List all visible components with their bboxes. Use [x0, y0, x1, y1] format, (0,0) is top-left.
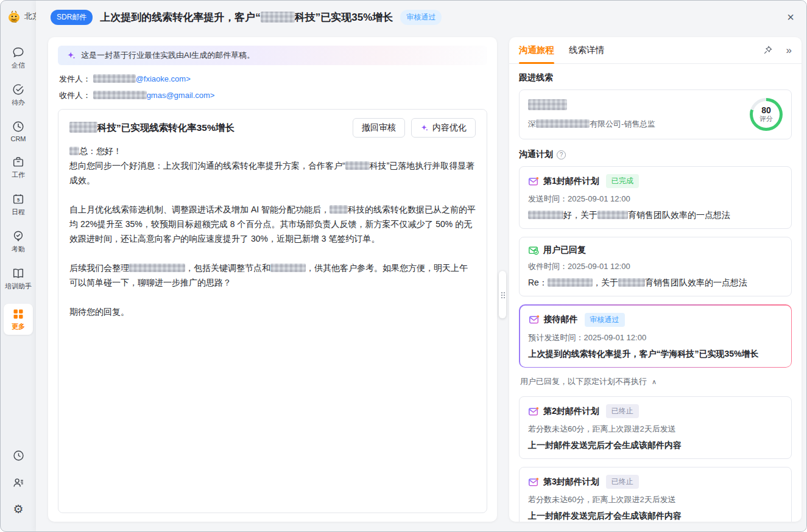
plan-card-email-2[interactable]: 第2封邮件计划 已终止 若分数未达60分，距离上次跟进2天后发送 上一封邮件发送… — [519, 396, 792, 459]
location-check-icon — [12, 229, 25, 243]
redacted-text — [270, 264, 306, 272]
collapse-panel-icon[interactable]: » — [786, 45, 792, 55]
plan-subject: Re：，关于育销售团队效率的一点想法 — [528, 278, 783, 289]
redacted-text — [261, 12, 295, 23]
plan-card-user-replied[interactable]: 用户已回复 收件时间：2025-09-01 12:00 Re：，关于育销售团队效… — [519, 237, 792, 296]
pin-icon[interactable] — [763, 45, 773, 55]
sidebar-item-training[interactable]: 培训助手 — [4, 267, 33, 291]
history-clock-icon[interactable] — [12, 449, 25, 462]
plan-subject: 上一封邮件发送完后才会生成该邮件内容 — [528, 440, 783, 451]
sidebar-item-work[interactable]: 工作 — [4, 155, 33, 180]
sidebar-item-label: 日程 — [4, 208, 33, 217]
email-paragraph: 总：您好！ 想向您同步一个好消息：上次我们沟通的线索转化率提升方案，合作客户“科… — [69, 144, 476, 187]
redacted-text — [618, 278, 645, 287]
lead-score-ring: 80 评分 — [750, 98, 783, 131]
sidebar-item-label: 工作 — [4, 170, 33, 180]
from-value: @fxiaoke.com> — [93, 74, 191, 83]
to-line: 收件人： gmas@gmail.com> — [59, 90, 486, 101]
redacted-text — [536, 119, 590, 128]
plan-title: 第2封邮件计划 — [543, 406, 599, 417]
sidebar-item-todo[interactable]: 待办 — [4, 83, 33, 107]
lead-info: 深有限公司-销售总监 — [528, 99, 750, 130]
plan-status-badge: 已终止 — [606, 475, 639, 489]
panel-resize-handle[interactable] — [499, 271, 506, 318]
content-optimize-button[interactable]: 内容优化 — [411, 118, 476, 138]
journey-tabs: 沟通旅程 线索详情 » — [509, 37, 802, 64]
journey-panel: 沟通旅程 线索详情 » 跟进线索 深有限公司-销售总监 80 — [509, 37, 802, 522]
plan-card-reception-email[interactable]: 接待邮件 审核通过 预计发送时间：2025-09-01 12:00 上次提到的线… — [520, 306, 791, 367]
bee-mascot-icon — [6, 9, 22, 24]
plan-card-email-3[interactable]: 第3封邮件计划 已终止 若分数未达60分，距离上次跟进2天后发送 上一封邮件发送… — [519, 467, 792, 522]
journey-content: 跟进线索 深有限公司-销售总监 80 评分 沟通计划? — [509, 64, 802, 522]
email-content-box: 科技”已实现线索转化率35%增长 撤回审核 内容优化 总：您好！ 想向您同步一个… — [58, 109, 487, 513]
ai-sparkle-icon — [66, 51, 76, 60]
redacted-text — [597, 211, 628, 219]
plan-card-email-1[interactable]: 第1封邮件计划 已完成 发送时间：2025-09-01 12:00 好，关于育销… — [519, 166, 792, 229]
sidebar-item-more[interactable]: 更多 — [4, 304, 33, 335]
sidebar-item-crm[interactable]: CRM — [4, 120, 33, 142]
page-title: 上次提到的线索转化率提升，客户“科技”已实现35%增长 — [100, 10, 393, 24]
tab-communication-journey[interactable]: 沟通旅程 — [519, 37, 554, 63]
plan-subject: 上次提到的线索转化率提升，客户“学海科技”已实现35%增长 — [529, 349, 783, 360]
redacted-lead-name — [528, 99, 567, 110]
sidebar-item-label: 更多 — [4, 322, 33, 331]
close-icon[interactable]: × — [787, 11, 794, 23]
redacted-text — [528, 211, 563, 219]
to-value: gmas@gmail.com> — [93, 91, 215, 100]
to-label: 收件人： — [59, 91, 91, 100]
contacts-icon[interactable] — [12, 476, 25, 489]
redacted-text — [69, 122, 97, 133]
from-line: 发件人： @fxiaoke.com> — [59, 74, 486, 85]
plan-meta: 发送时间：2025-09-01 12:00 — [528, 194, 783, 205]
plan-title: 接待邮件 — [544, 314, 578, 325]
app-window: 北京 企信 待办 CRM 工作 5 日程 考勤 培训助手 — [0, 0, 807, 532]
email-subject: 科技”已实现线索转化率35%增长 — [69, 122, 353, 135]
cancelled-plans-toggle[interactable]: 用户已回复，以下原定计划不再执行 ∧ — [520, 376, 791, 387]
plan-meta: 若分数未达60分，距离上次跟进2天后发送 — [528, 424, 783, 435]
lead-company: 深有限公司-销售总监 — [528, 119, 750, 130]
sdr-mail-modal: SDR邮件 上次提到的线索转化率提升，客户“科技”已实现35%增长 审核通过 ×… — [36, 1, 806, 531]
email-body: 总：您好！ 想向您同步一个好消息：上次我们沟通的线索转化率提升方案，合作客户“科… — [69, 144, 476, 319]
plan-meta: 收件时间：2025-09-01 12:00 — [528, 261, 783, 272]
settings-gear-icon[interactable]: ⚙ — [13, 503, 23, 516]
app-logo-area: 北京 — [6, 9, 40, 24]
plan-title: 第3封邮件计划 — [543, 477, 599, 488]
ai-banner: 这是一封基于行业最佳实践由AI生成的邮件草稿。 — [58, 46, 487, 65]
mail-draft-card: 这是一封基于行业最佳实践由AI生成的邮件草稿。 发件人： @fxiaoke.co… — [48, 37, 497, 522]
email-header: 科技”已实现线索转化率35%增长 撤回审核 内容优化 — [69, 118, 476, 138]
calendar-icon: 5 — [12, 192, 25, 206]
sidebar-bottom: ⚙ — [1, 449, 36, 516]
lead-score-value: 80 — [761, 106, 771, 115]
modal-header: SDR邮件 上次提到的线索转化率提升，客户“科技”已实现35%增长 审核通过 × — [36, 1, 806, 33]
sidebar-item-label: CRM — [4, 135, 33, 142]
active-plan-gradient-border: 接待邮件 审核通过 预计发送时间：2025-09-01 12:00 上次提到的线… — [519, 304, 792, 368]
help-icon[interactable]: ? — [557, 150, 566, 159]
book-icon — [12, 267, 25, 280]
sidebar-item-label: 培训助手 — [4, 282, 33, 291]
chevron-up-icon: ∧ — [652, 378, 657, 386]
sidebar-item-label: 企信 — [4, 61, 33, 70]
sidebar-item-schedule[interactable]: 5 日程 — [4, 192, 33, 217]
email-paragraph: 后续我们会整理，包括关键调整节点和，供其他客户参考。如果您方便，明天上午可以简单… — [69, 261, 476, 290]
sparkle-icon — [420, 124, 429, 132]
lead-section-title: 跟进线索 — [519, 72, 792, 83]
plan-status-badge: 已完成 — [606, 174, 639, 188]
plan-title: 用户已回复 — [543, 245, 586, 256]
check-circle-icon — [12, 83, 25, 96]
status-badge: 审核通过 — [400, 10, 442, 25]
panel-header-icons: » — [763, 45, 792, 55]
from-label: 发件人： — [59, 74, 91, 83]
plan-section-title: 沟通计划? — [519, 149, 792, 160]
sidebar-item-qixin[interactable]: 企信 — [4, 46, 33, 70]
plan-status-badge: 已终止 — [606, 404, 639, 418]
lead-score-label: 评分 — [759, 115, 773, 123]
redacted-text — [345, 161, 370, 170]
lead-card[interactable]: 深有限公司-销售总监 80 评分 — [519, 89, 792, 139]
withdraw-review-button[interactable]: 撤回审核 — [353, 118, 405, 138]
svg-text:5: 5 — [17, 197, 19, 203]
tab-lead-details[interactable]: 线索详情 — [569, 37, 604, 63]
sidebar-item-attendance[interactable]: 考勤 — [4, 229, 33, 254]
chat-bubble-icon — [12, 46, 25, 59]
plan-subject: 上一封邮件发送完后才会生成该邮件内容 — [528, 511, 783, 522]
redacted-text — [93, 74, 136, 83]
